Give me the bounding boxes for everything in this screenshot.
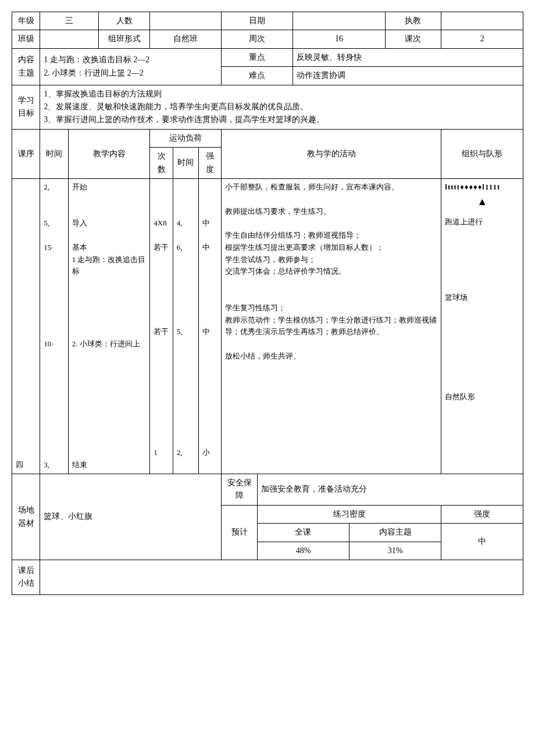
formation-symbol: ltttt♦♦♦♦♦l111t	[445, 181, 519, 194]
col-time: 时间	[40, 129, 68, 178]
theme-label: 内容主题	[349, 524, 441, 542]
people-value	[150, 12, 222, 30]
goals-label: 学习目标	[12, 85, 40, 129]
formation-text-2: 篮球场	[445, 292, 519, 304]
footer-row-1: 场地器材 篮球、小红旗 安全保障 加强安全教育，准备活动充分	[12, 474, 523, 506]
key-label: 重点	[222, 48, 293, 66]
formation-triangle-icon: ▲	[445, 194, 519, 210]
content-theme-row-1: 内容主题 1 走与跑：改换追击目标 2—2 2. 小球类：行进间上篮 2—2 重…	[12, 48, 523, 66]
col-intensity: 强度	[198, 148, 222, 179]
grade-label: 年级	[12, 12, 40, 30]
body-formation: ltttt♦♦♦♦♦l111t ▲ 跑道上进行 篮球场 自然队形	[441, 178, 523, 474]
classform-value: 自然班	[150, 30, 222, 48]
full-label: 全课	[258, 524, 349, 542]
session-label: 课次	[385, 30, 441, 48]
venue-text: 篮球、小红旗	[40, 474, 222, 560]
teacher-label: 执教	[385, 12, 441, 30]
grade-value: 三	[40, 12, 99, 30]
theme-cell: 内容主题 31%	[349, 524, 441, 560]
estimate-label: 预计	[222, 505, 258, 560]
full-value: 48%	[261, 542, 345, 557]
col-seq: 课序	[12, 129, 40, 178]
teacher-value	[441, 12, 523, 30]
key-text: 反映灵敏、转身快	[293, 48, 523, 66]
week-value: 16	[293, 30, 385, 48]
body-seq: 四	[12, 178, 40, 474]
intensity-value: 中	[441, 524, 523, 560]
diff-label: 难点	[222, 67, 293, 85]
col-activity: 教与学的活动	[222, 129, 441, 178]
content-theme-text: 1 走与跑：改换追击目标 2—2 2. 小球类：行进间上篮 2—2	[40, 48, 222, 85]
content-theme-label: 内容主题	[12, 48, 40, 85]
formation-text-3: 自然队形	[445, 391, 519, 403]
header-row-2: 班级 组班形式 自然班 周次 16 课次 2	[12, 30, 523, 48]
body-intensity: 中 中 中 小	[198, 178, 222, 474]
classform-label: 组班形式	[99, 30, 150, 48]
intensity-label: 强度	[441, 505, 523, 523]
body-reps: 4X8 若干 若干 1	[150, 178, 173, 474]
class-value	[40, 30, 99, 48]
body-activity: 小干部整队，检查服装，师生问好，宣布本课内容。 教师提出练习要求，学生练习。 学…	[222, 178, 441, 474]
venue-label: 场地器材	[12, 474, 40, 560]
theme-value: 31%	[353, 542, 437, 557]
density-label: 练习密度	[257, 505, 441, 523]
body-dur: 4, 6, 5, 2,	[173, 178, 198, 474]
formation-text-1: 跑道上进行	[445, 216, 519, 228]
session-value: 2	[441, 30, 523, 48]
class-label: 班级	[12, 30, 40, 48]
goals-text: 1、掌握改换追击目标的方法规则 2、发展速度、灵敏和快速跑能力，培养学生向更高目…	[40, 85, 523, 129]
column-header-row-1: 课序 时间 教学内容 运动负荷 教与学的活动 组织与队形	[12, 129, 523, 147]
people-label: 人数	[99, 12, 150, 30]
body-times: 2, 5, 15· 10· 3,	[40, 178, 68, 474]
summary-label: 课后小结	[12, 560, 40, 594]
col-dur: 时间	[173, 148, 198, 179]
header-row-1: 年级 三 人数 日期 执教	[12, 12, 523, 30]
lesson-body-row: 四 2, 5, 15· 10· 3, 开始 导入 基本 1 走与跑：改换追击目标…	[12, 178, 523, 474]
col-load: 运动负荷	[150, 129, 222, 147]
body-content: 开始 导入 基本 1 走与跑：改换追击目标 2. 小球类：行进间上 结束	[68, 178, 150, 474]
col-content: 教学内容	[68, 129, 150, 178]
safety-text: 加强安全教育，准备活动充分	[257, 474, 523, 506]
date-value	[293, 12, 385, 30]
date-label: 日期	[222, 12, 293, 30]
col-reps: 次数	[150, 148, 173, 179]
full-cell: 全课 48%	[257, 524, 349, 560]
goals-row: 学习目标 1、掌握改换追击目标的方法规则 2、发展速度、灵敏和快速跑能力，培养学…	[12, 85, 523, 129]
lesson-plan-table: 年级 三 人数 日期 执教 班级 组班形式 自然班 周次 16 课次 2 内容主…	[12, 12, 523, 595]
col-formation: 组织与队形	[441, 129, 523, 178]
safety-label: 安全保障	[222, 474, 258, 506]
summary-text	[40, 560, 523, 594]
diff-text: 动作连贯协调	[293, 67, 523, 85]
summary-row: 课后小结	[12, 560, 523, 594]
week-label: 周次	[222, 30, 293, 48]
